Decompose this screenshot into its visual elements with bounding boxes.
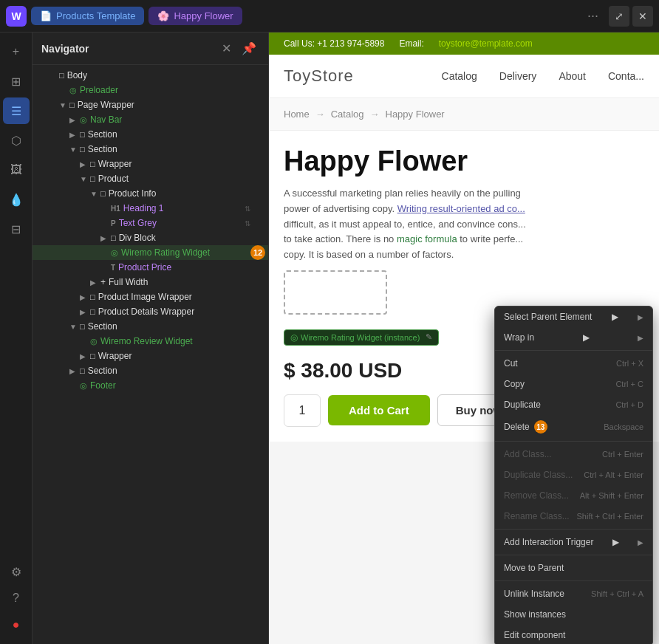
ctx-remove-class: Remove Class... Alt + Shift + Enter xyxy=(495,485,652,506)
components-icon[interactable]: ⬡ xyxy=(3,127,30,154)
ctx-edit-component[interactable]: Edit component xyxy=(495,625,652,644)
help-icon[interactable]: ? xyxy=(3,585,30,612)
top-bar: W 📄 Products Template 🌸 Happy Flower ···… xyxy=(0,0,659,32)
nav-link-about[interactable]: About xyxy=(559,70,586,82)
checkbox-icon: □ xyxy=(100,189,106,198)
navigator-panel: Navigator ✕ 📌 □ Body ◎ Preloader ▼ □ xyxy=(33,32,269,644)
checkbox-icon: □ xyxy=(80,145,85,154)
preview-topbar: Call Us: +1 213 974-5898 Email: toystore… xyxy=(269,32,659,55)
product-description: A successful marketing plan relies heavi… xyxy=(284,186,535,263)
assets-icon[interactable]: 🖼 xyxy=(3,157,30,183)
navigator-pin-icon[interactable]: 📌 xyxy=(239,40,259,57)
plus-icon: + xyxy=(100,277,106,287)
widget-placeholder xyxy=(284,270,387,315)
ctx-divider-1 xyxy=(495,350,652,351)
tree-item-product-details-wrapper[interactable]: ▶ □ Product Details Wrapper xyxy=(33,304,268,319)
ctx-delete[interactable]: Delete 13 Backspace xyxy=(495,415,652,439)
tree-item-heading-1[interactable]: H1 Heading 1 ⇅ xyxy=(33,201,268,216)
checkbox-icon: □ xyxy=(90,292,95,301)
app-logo: W xyxy=(6,6,27,27)
tree-item-wrapper-1[interactable]: ▶ □ Wrapper xyxy=(33,157,268,171)
ctx-unlink-instance[interactable]: Unlink Instance Shift + Ctrl + A xyxy=(495,583,652,604)
tree-item-section-4[interactable]: ▶ □ Section xyxy=(33,363,268,378)
widget-badge-label: Wiremo Rating Widget (instance) xyxy=(301,333,420,342)
record-icon[interactable]: ● xyxy=(3,612,30,638)
tree-item-wrapper-2[interactable]: ▶ □ Wrapper xyxy=(33,349,268,363)
icon-sidebar: + ⊞ ☰ ⬡ 🖼 💧 ⊟ ⚙ ? ● xyxy=(0,32,33,644)
apps-icon[interactable]: ⊟ xyxy=(3,216,30,242)
tree-item-section-1[interactable]: ▶ □ Section xyxy=(33,127,268,142)
ctx-add-class: Add Class... Ctrl + Enter xyxy=(495,444,652,465)
ctx-move-to-parent[interactable]: Move to Parent xyxy=(495,558,652,578)
widget-badge-icon: ◎ xyxy=(290,332,298,343)
wiremo-rating-widget-badge: ◎ Wiremo Rating Widget (instance) ✎ xyxy=(284,329,439,346)
tree-item-product-info[interactable]: ▼ □ Product Info xyxy=(33,186,268,201)
ctx-wrap-in[interactable]: Wrap in ▶ xyxy=(495,327,652,348)
breadcrumb-home[interactable]: Home xyxy=(284,109,310,120)
preview-nav-links: Catalog Delivery About Conta... xyxy=(442,70,644,82)
ctx-select-parent[interactable]: Select Parent Element ▶ xyxy=(495,306,652,327)
preview-call: Call Us: +1 213 974-5898 xyxy=(284,38,384,49)
more-options-button[interactable]: ··· xyxy=(581,5,604,27)
ctx-divider-2 xyxy=(495,441,652,442)
ctx-duplicate[interactable]: Duplicate Ctrl + D xyxy=(495,394,652,415)
tree-item-product-price[interactable]: T Product Price xyxy=(33,260,268,275)
expand-button[interactable]: ⤢ xyxy=(609,6,629,27)
tree-item-nav-bar[interactable]: ▶ ◎ Nav Bar xyxy=(33,112,268,127)
quantity-input[interactable] xyxy=(284,394,321,427)
checkbox-icon: □ xyxy=(80,366,85,375)
breadcrumb: Home → Catalog → Happy Flower xyxy=(269,98,659,131)
ctx-add-interaction[interactable]: Add Interaction Trigger ▶ xyxy=(495,532,652,552)
navigator-title: Navigator xyxy=(41,43,89,55)
main-layout: + ⊞ ☰ ⬡ 🖼 💧 ⊟ ⚙ ? ● Navigator ✕ 📌 □ Body xyxy=(0,32,659,644)
pages-icon[interactable]: ⊞ xyxy=(3,68,30,95)
ctx-divider-3 xyxy=(495,529,652,530)
checkbox-icon: □ xyxy=(80,322,85,331)
tree-item-product-image-wrapper[interactable]: ▶ □ Product Image Wrapper xyxy=(33,290,268,304)
tree-item-page-wrapper[interactable]: ▼ □ Page Wrapper xyxy=(33,97,268,112)
tree-item-footer[interactable]: ◎ Footer xyxy=(33,378,268,393)
tree-item-section-2[interactable]: ▼ □ Section xyxy=(33,142,268,157)
navigator-header: Navigator ✕ 📌 xyxy=(33,32,268,65)
widget-edit-icon[interactable]: ✎ xyxy=(426,332,432,342)
add-button[interactable]: + xyxy=(3,38,30,65)
breadcrumb-arrow-1: → xyxy=(315,109,325,120)
component-icon: ◎ xyxy=(69,86,77,95)
tree-item-full-width[interactable]: ▶ + Full Width xyxy=(33,275,268,290)
brush-icon[interactable]: 💧 xyxy=(3,186,30,213)
tree-item-text-grey[interactable]: P Text Grey ⇅ xyxy=(33,216,268,230)
checkbox-icon: □ xyxy=(90,174,95,183)
nav-link-catalog[interactable]: Catalog xyxy=(442,70,477,82)
navigator-close-icon[interactable]: ✕ xyxy=(219,40,234,57)
tree-item-div-block[interactable]: ▶ □ Div Block xyxy=(33,230,268,245)
settings-icon[interactable]: ⚙ xyxy=(3,558,30,585)
window-actions: ⤢ ✕ xyxy=(609,6,653,27)
navigator-tree: □ Body ◎ Preloader ▼ □ Page Wrapper ▶ ◎ … xyxy=(33,65,268,644)
tab-products-template[interactable]: 📄 Products Template xyxy=(31,7,144,25)
checkbox-icon: □ xyxy=(90,307,95,316)
checkbox-icon: □ xyxy=(80,130,85,139)
tree-item-section-3[interactable]: ▼ □ Section xyxy=(33,319,268,334)
tree-item-wiremo-rating[interactable]: ◎ Wiremo Rating Widget 12 xyxy=(33,245,268,260)
badge-12: 12 xyxy=(250,245,265,260)
tree-item-preloader[interactable]: ◎ Preloader xyxy=(33,83,268,97)
ctx-show-instances[interactable]: Show instances xyxy=(495,604,652,625)
checkbox-icon: □ xyxy=(59,71,64,80)
breadcrumb-happy-flower[interactable]: Happy Flower xyxy=(386,109,445,120)
ctx-cut[interactable]: Cut Ctrl + X xyxy=(495,353,652,374)
tab-happy-flower[interactable]: 🌸 Happy Flower xyxy=(148,7,242,25)
add-to-cart-button[interactable]: Add to Cart xyxy=(328,395,430,425)
checkbox-icon: □ xyxy=(69,100,75,109)
nav-link-delivery[interactable]: Delivery xyxy=(499,70,537,82)
tree-item-body[interactable]: □ Body xyxy=(33,68,268,83)
layers-icon[interactable]: ☰ xyxy=(3,97,30,124)
preview-area: Call Us: +1 213 974-5898 Email: toystore… xyxy=(269,32,659,644)
expand-arrow: ▼ xyxy=(59,101,69,109)
nav-link-contact[interactable]: Conta... xyxy=(608,70,644,82)
tree-item-wiremo-review[interactable]: ◎ Wiremo Review Widget xyxy=(33,334,268,349)
ctx-copy[interactable]: Copy Ctrl + C xyxy=(495,374,652,394)
close-button[interactable]: ✕ xyxy=(632,6,653,27)
breadcrumb-catalog[interactable]: Catalog xyxy=(331,109,364,120)
tree-item-product[interactable]: ▼ □ Product xyxy=(33,171,268,186)
component-icon: ◎ xyxy=(80,115,87,125)
